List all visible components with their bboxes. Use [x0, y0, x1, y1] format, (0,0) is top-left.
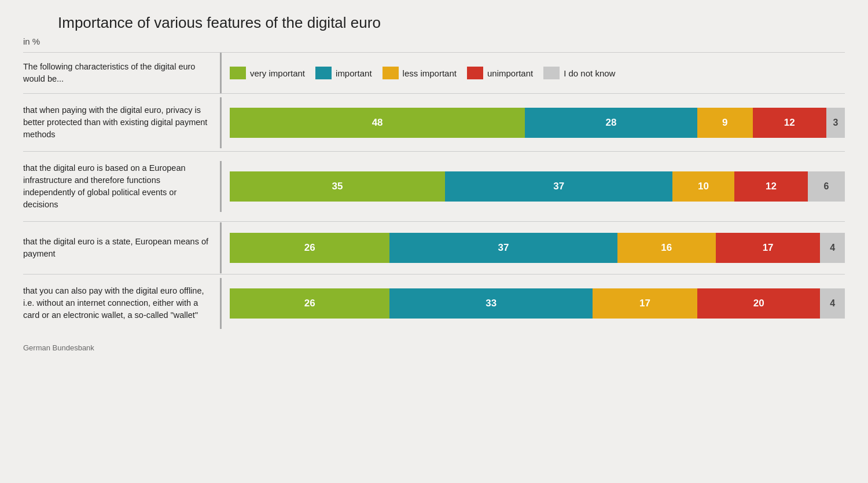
bar-area-row-privacy: 48289123 [220, 97, 845, 148]
bar-segment-row-offline-do-not-know: 4 [820, 288, 845, 319]
bar-segment-row-state-do-not-know: 4 [820, 233, 845, 263]
bar-segment-row-infrastructure-very-important: 35 [230, 171, 445, 202]
legend-item-important: important [315, 67, 372, 79]
unit-label: in % [23, 36, 845, 46]
bar-segment-row-offline-very-important: 26 [230, 288, 389, 319]
legend-swatch-do-not-know [543, 67, 560, 79]
legend-swatch-unimportant [467, 67, 483, 79]
bar-area-row-state: 263716174 [220, 222, 845, 273]
chart-title: Importance of various features of the di… [23, 14, 845, 32]
row-label-row-state: that the digital euro is a state, Europe… [23, 225, 220, 270]
bar-segment-row-privacy-do-not-know: 3 [826, 108, 845, 138]
bar-segment-row-infrastructure-do-not-know: 6 [808, 171, 845, 202]
legend-label-important: important [336, 68, 372, 78]
bar-segment-row-state-very-important: 26 [230, 233, 389, 263]
legend-item-unimportant: unimportant [467, 67, 533, 79]
footer-label: German Bundesbank [23, 343, 845, 352]
legend-label-do-not-know: I do not know [564, 68, 615, 78]
legend-swatch-important [315, 67, 332, 79]
bar-segment-row-privacy-important: 28 [525, 108, 697, 138]
row-grid-row-privacy: that when paying with the digital euro, … [23, 94, 845, 151]
legend-item-less-important: less important [382, 67, 457, 79]
bar-segment-row-infrastructure-less-important: 10 [672, 171, 734, 202]
row-grid-row-offline: that you can also pay with the digital e… [23, 275, 845, 332]
bar-track-row-privacy: 48289123 [230, 108, 845, 138]
bar-segment-row-offline-less-important: 17 [593, 288, 697, 319]
bar-track-row-infrastructure: 353710126 [230, 171, 845, 202]
row-grid-row-infrastructure: that the digital euro is based on a Euro… [23, 152, 845, 221]
bar-area-row-offline: 263317204 [220, 278, 845, 329]
row-header-label-cell: The following characteristics of the dig… [23, 53, 220, 93]
legend-swatch-very-important [230, 67, 246, 79]
legend: very important important less important … [230, 67, 615, 79]
bar-segment-row-state-important: 37 [389, 233, 617, 263]
bar-rows: that when paying with the digital euro, … [23, 93, 845, 332]
legend-row-container: The following characteristics of the dig… [23, 53, 845, 93]
legend-label-less-important: less important [403, 68, 457, 78]
row-row-privacy: that when paying with the digital euro, … [23, 93, 845, 151]
bar-segment-row-state-unimportant: 17 [716, 233, 821, 263]
legend-swatch-less-important [382, 67, 399, 79]
row-header-label: The following characteristics of the dig… [23, 61, 214, 85]
bar-segment-row-offline-unimportant: 20 [697, 288, 821, 319]
bar-segment-row-privacy-less-important: 9 [697, 108, 753, 138]
bar-segment-row-privacy-very-important: 48 [230, 108, 525, 138]
bar-track-row-offline: 263317204 [230, 288, 845, 319]
legend-item-do-not-know: I do not know [543, 67, 615, 79]
row-label-row-offline: that you can also pay with the digital e… [23, 275, 220, 332]
bar-segment-row-infrastructure-unimportant: 12 [734, 171, 808, 202]
legend-cell: very important important less important … [220, 53, 845, 93]
row-label-row-infrastructure: that the digital euro is based on a Euro… [23, 152, 220, 221]
bar-segment-row-privacy-unimportant: 12 [753, 108, 827, 138]
row-row-offline: that you can also pay with the digital e… [23, 274, 845, 332]
row-row-state: that the digital euro is a state, Europe… [23, 221, 845, 274]
legend-item-very-important: very important [230, 67, 305, 79]
row-row-infrastructure: that the digital euro is based on a Euro… [23, 151, 845, 221]
row-label-row-privacy: that when paying with the digital euro, … [23, 94, 220, 151]
bar-area-row-infrastructure: 353710126 [220, 161, 845, 212]
row-grid-row-state: that the digital euro is a state, Europe… [23, 222, 845, 274]
legend-label-very-important: very important [250, 68, 305, 78]
chart-container: Importance of various features of the di… [0, 0, 868, 483]
legend-label-unimportant: unimportant [487, 68, 533, 78]
bar-segment-row-state-less-important: 16 [617, 233, 716, 263]
bar-segment-row-offline-important: 33 [389, 288, 593, 319]
bar-track-row-state: 263716174 [230, 233, 845, 263]
bar-segment-row-infrastructure-important: 37 [445, 171, 672, 202]
